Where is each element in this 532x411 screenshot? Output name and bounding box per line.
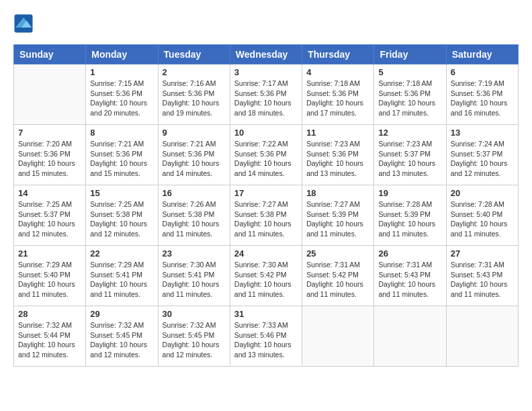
day-info: Sunrise: 7:29 AM Sunset: 5:40 PM Dayligh… bbox=[18, 260, 81, 300]
day-info: Sunrise: 7:25 AM Sunset: 5:37 PM Dayligh… bbox=[18, 199, 81, 239]
calendar-cell: 25Sunrise: 7:31 AM Sunset: 5:42 PM Dayli… bbox=[302, 246, 374, 306]
day-info: Sunrise: 7:27 AM Sunset: 5:38 PM Dayligh… bbox=[234, 199, 298, 239]
day-number: 24 bbox=[234, 248, 298, 259]
day-info: Sunrise: 7:22 AM Sunset: 5:36 PM Dayligh… bbox=[234, 139, 298, 179]
day-number: 21 bbox=[18, 248, 81, 259]
calendar-cell: 19Sunrise: 7:28 AM Sunset: 5:39 PM Dayli… bbox=[374, 185, 446, 246]
day-info: Sunrise: 7:27 AM Sunset: 5:39 PM Dayligh… bbox=[306, 199, 369, 239]
calendar-cell: 6Sunrise: 7:19 AM Sunset: 5:36 PM Daylig… bbox=[446, 64, 518, 125]
day-number: 22 bbox=[90, 248, 153, 259]
week-row-1: 1Sunrise: 7:15 AM Sunset: 5:36 PM Daylig… bbox=[14, 64, 519, 125]
calendar-cell: 4Sunrise: 7:18 AM Sunset: 5:36 PM Daylig… bbox=[302, 64, 374, 125]
day-info: Sunrise: 7:32 AM Sunset: 5:45 PM Dayligh… bbox=[163, 320, 226, 360]
day-number: 4 bbox=[306, 67, 369, 77]
day-info: Sunrise: 7:16 AM Sunset: 5:36 PM Dayligh… bbox=[163, 79, 226, 118]
calendar-cell bbox=[374, 306, 446, 367]
day-header-saturday: Saturday bbox=[446, 45, 518, 64]
day-number: 26 bbox=[378, 248, 441, 259]
day-info: Sunrise: 7:31 AM Sunset: 5:43 PM Dayligh… bbox=[451, 260, 514, 300]
day-info: Sunrise: 7:33 AM Sunset: 5:46 PM Dayligh… bbox=[234, 320, 298, 360]
week-row-5: 28Sunrise: 7:32 AM Sunset: 5:44 PM Dayli… bbox=[14, 306, 519, 367]
calendar-cell: 15Sunrise: 7:25 AM Sunset: 5:38 PM Dayli… bbox=[86, 185, 158, 246]
day-number: 15 bbox=[90, 188, 153, 198]
calendar-cell: 23Sunrise: 7:30 AM Sunset: 5:41 PM Dayli… bbox=[158, 246, 230, 306]
day-number: 16 bbox=[163, 188, 226, 198]
day-header-friday: Friday bbox=[374, 45, 446, 64]
calendar-cell: 30Sunrise: 7:32 AM Sunset: 5:45 PM Dayli… bbox=[158, 306, 230, 367]
day-info: Sunrise: 7:25 AM Sunset: 5:38 PM Dayligh… bbox=[90, 199, 153, 239]
calendar-cell: 28Sunrise: 7:32 AM Sunset: 5:44 PM Dayli… bbox=[14, 306, 86, 367]
day-info: Sunrise: 7:24 AM Sunset: 5:37 PM Dayligh… bbox=[451, 139, 514, 179]
day-number: 11 bbox=[306, 128, 369, 138]
day-header-monday: Monday bbox=[86, 45, 158, 64]
day-number: 20 bbox=[451, 188, 514, 198]
day-info: Sunrise: 7:28 AM Sunset: 5:40 PM Dayligh… bbox=[451, 199, 514, 239]
day-header-tuesday: Tuesday bbox=[158, 45, 230, 64]
calendar-cell: 22Sunrise: 7:29 AM Sunset: 5:41 PM Dayli… bbox=[86, 246, 158, 306]
day-number: 1 bbox=[90, 67, 153, 77]
day-number: 18 bbox=[306, 188, 369, 198]
day-number: 12 bbox=[378, 128, 441, 138]
calendar-cell: 1Sunrise: 7:15 AM Sunset: 5:36 PM Daylig… bbox=[86, 64, 158, 125]
day-info: Sunrise: 7:21 AM Sunset: 5:36 PM Dayligh… bbox=[163, 139, 226, 179]
calendar-cell: 5Sunrise: 7:18 AM Sunset: 5:36 PM Daylig… bbox=[374, 64, 446, 125]
calendar-cell: 21Sunrise: 7:29 AM Sunset: 5:40 PM Dayli… bbox=[14, 246, 86, 306]
day-info: Sunrise: 7:19 AM Sunset: 5:36 PM Dayligh… bbox=[451, 79, 514, 118]
day-number: 23 bbox=[163, 248, 226, 259]
calendar-cell bbox=[14, 64, 86, 125]
day-number: 25 bbox=[306, 248, 369, 259]
day-info: Sunrise: 7:26 AM Sunset: 5:38 PM Dayligh… bbox=[163, 199, 226, 239]
day-info: Sunrise: 7:28 AM Sunset: 5:39 PM Dayligh… bbox=[378, 199, 441, 239]
calendar-header-row: SundayMondayTuesdayWednesdayThursdayFrid… bbox=[14, 45, 519, 64]
calendar-cell: 27Sunrise: 7:31 AM Sunset: 5:43 PM Dayli… bbox=[446, 246, 518, 306]
day-info: Sunrise: 7:32 AM Sunset: 5:44 PM Dayligh… bbox=[18, 320, 81, 360]
day-number: 31 bbox=[234, 309, 298, 319]
day-number: 7 bbox=[18, 128, 81, 138]
day-info: Sunrise: 7:32 AM Sunset: 5:45 PM Dayligh… bbox=[90, 320, 153, 360]
day-info: Sunrise: 7:30 AM Sunset: 5:42 PM Dayligh… bbox=[234, 260, 298, 300]
day-number: 13 bbox=[451, 128, 514, 138]
page-header bbox=[13, 13, 519, 34]
calendar-cell: 7Sunrise: 7:20 AM Sunset: 5:36 PM Daylig… bbox=[14, 125, 86, 185]
calendar-cell: 16Sunrise: 7:26 AM Sunset: 5:38 PM Dayli… bbox=[158, 185, 230, 246]
logo-icon bbox=[13, 13, 34, 34]
day-number: 28 bbox=[18, 309, 81, 319]
calendar-cell: 9Sunrise: 7:21 AM Sunset: 5:36 PM Daylig… bbox=[158, 125, 230, 185]
calendar-cell bbox=[302, 306, 374, 367]
day-info: Sunrise: 7:30 AM Sunset: 5:41 PM Dayligh… bbox=[163, 260, 226, 300]
day-number: 10 bbox=[234, 128, 298, 138]
calendar-cell: 2Sunrise: 7:16 AM Sunset: 5:36 PM Daylig… bbox=[158, 64, 230, 125]
calendar-cell: 24Sunrise: 7:30 AM Sunset: 5:42 PM Dayli… bbox=[230, 246, 302, 306]
day-info: Sunrise: 7:18 AM Sunset: 5:36 PM Dayligh… bbox=[306, 79, 369, 118]
day-number: 5 bbox=[378, 67, 441, 77]
calendar-cell: 29Sunrise: 7:32 AM Sunset: 5:45 PM Dayli… bbox=[86, 306, 158, 367]
day-info: Sunrise: 7:23 AM Sunset: 5:36 PM Dayligh… bbox=[306, 139, 369, 179]
day-info: Sunrise: 7:21 AM Sunset: 5:36 PM Dayligh… bbox=[90, 139, 153, 179]
calendar-cell: 11Sunrise: 7:23 AM Sunset: 5:36 PM Dayli… bbox=[302, 125, 374, 185]
day-info: Sunrise: 7:18 AM Sunset: 5:36 PM Dayligh… bbox=[378, 79, 441, 118]
day-number: 19 bbox=[378, 188, 441, 198]
day-header-sunday: Sunday bbox=[14, 45, 86, 64]
day-info: Sunrise: 7:23 AM Sunset: 5:37 PM Dayligh… bbox=[378, 139, 441, 179]
day-info: Sunrise: 7:17 AM Sunset: 5:36 PM Dayligh… bbox=[234, 79, 298, 118]
day-info: Sunrise: 7:31 AM Sunset: 5:43 PM Dayligh… bbox=[378, 260, 441, 300]
day-number: 2 bbox=[163, 67, 226, 77]
day-header-wednesday: Wednesday bbox=[230, 45, 302, 64]
calendar-cell: 20Sunrise: 7:28 AM Sunset: 5:40 PM Dayli… bbox=[446, 185, 518, 246]
calendar-cell: 13Sunrise: 7:24 AM Sunset: 5:37 PM Dayli… bbox=[446, 125, 518, 185]
calendar-cell: 8Sunrise: 7:21 AM Sunset: 5:36 PM Daylig… bbox=[86, 125, 158, 185]
calendar-cell: 17Sunrise: 7:27 AM Sunset: 5:38 PM Dayli… bbox=[230, 185, 302, 246]
day-number: 14 bbox=[18, 188, 81, 198]
logo bbox=[13, 13, 36, 34]
calendar-body: 1Sunrise: 7:15 AM Sunset: 5:36 PM Daylig… bbox=[14, 64, 519, 367]
day-info: Sunrise: 7:15 AM Sunset: 5:36 PM Dayligh… bbox=[90, 79, 153, 118]
calendar-cell bbox=[446, 306, 518, 367]
calendar-cell: 12Sunrise: 7:23 AM Sunset: 5:37 PM Dayli… bbox=[374, 125, 446, 185]
day-number: 3 bbox=[234, 67, 298, 77]
calendar-cell: 14Sunrise: 7:25 AM Sunset: 5:37 PM Dayli… bbox=[14, 185, 86, 246]
week-row-2: 7Sunrise: 7:20 AM Sunset: 5:36 PM Daylig… bbox=[14, 125, 519, 185]
week-row-3: 14Sunrise: 7:25 AM Sunset: 5:37 PM Dayli… bbox=[14, 185, 519, 246]
calendar-cell: 31Sunrise: 7:33 AM Sunset: 5:46 PM Dayli… bbox=[230, 306, 302, 367]
calendar-cell: 3Sunrise: 7:17 AM Sunset: 5:36 PM Daylig… bbox=[230, 64, 302, 125]
day-info: Sunrise: 7:31 AM Sunset: 5:42 PM Dayligh… bbox=[306, 260, 369, 300]
